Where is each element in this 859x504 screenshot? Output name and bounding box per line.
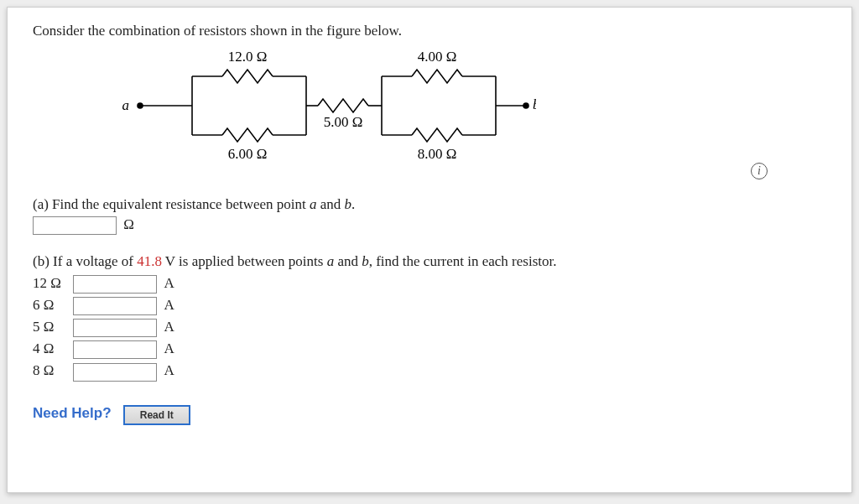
part-a-unit: Ω <box>123 216 134 232</box>
part-b-row: 6 Ω A <box>33 297 826 315</box>
part-b-row: 8 Ω A <box>33 362 826 381</box>
row-label: 6 Ω <box>33 297 70 314</box>
prompt-text: Consider the combination of resistors sh… <box>33 23 826 39</box>
part-b-input-12[interactable] <box>73 275 157 294</box>
terminal-b-label: b <box>533 96 536 112</box>
info-icon[interactable]: i <box>751 163 768 179</box>
r-top-left-label: 12.0 Ω <box>228 49 268 65</box>
part-b-input-5[interactable] <box>73 319 157 337</box>
r-bottom-left-label: 6.00 Ω <box>228 146 268 162</box>
part-b-row: 5 Ω A <box>33 319 826 337</box>
row-unit: A <box>164 319 174 335</box>
question-card: Consider the combination of resistors sh… <box>7 7 852 493</box>
r-top-right-label: 4.00 Ω <box>418 49 457 65</box>
svg-point-0 <box>138 103 143 108</box>
part-b-row: 4 Ω A <box>33 340 826 359</box>
row-label: 4 Ω <box>33 340 70 357</box>
read-it-button[interactable]: Read It <box>123 405 190 425</box>
part-b-input-8[interactable] <box>73 363 157 382</box>
part-a-input[interactable] <box>33 216 117 235</box>
circuit-diagram: a b 12.0 Ω 6.00 Ω 5.00 Ω 4.00 Ω 8.00 Ω <box>66 43 536 169</box>
row-unit: A <box>164 340 174 356</box>
need-help-label: Need Help? <box>33 405 112 421</box>
part-a: (a) Find the equivalent resistance betwe… <box>33 196 826 235</box>
terminal-a-label: a <box>122 97 130 113</box>
part-a-text: (a) Find the equivalent resistance betwe… <box>33 196 355 212</box>
row-unit: A <box>164 362 174 378</box>
row-label: 12 Ω <box>33 275 70 292</box>
part-b-text: (b) If a voltage of 41.8 V is applied be… <box>33 253 556 269</box>
row-unit: A <box>164 297 174 313</box>
svg-point-17 <box>523 103 528 108</box>
part-b-row: 12 Ω A <box>33 275 826 294</box>
need-help-section: Need Help? Read It <box>33 405 826 425</box>
part-b-input-4[interactable] <box>73 340 157 359</box>
row-unit: A <box>164 275 174 291</box>
voltage-value: 41.8 <box>137 253 162 269</box>
part-b: (b) If a voltage of 41.8 V is applied be… <box>33 253 826 381</box>
row-label: 5 Ω <box>33 319 70 335</box>
r-middle-label: 5.00 Ω <box>324 114 363 130</box>
part-b-input-6[interactable] <box>73 297 157 315</box>
row-label: 8 Ω <box>33 362 70 379</box>
r-bottom-right-label: 8.00 Ω <box>418 146 457 162</box>
